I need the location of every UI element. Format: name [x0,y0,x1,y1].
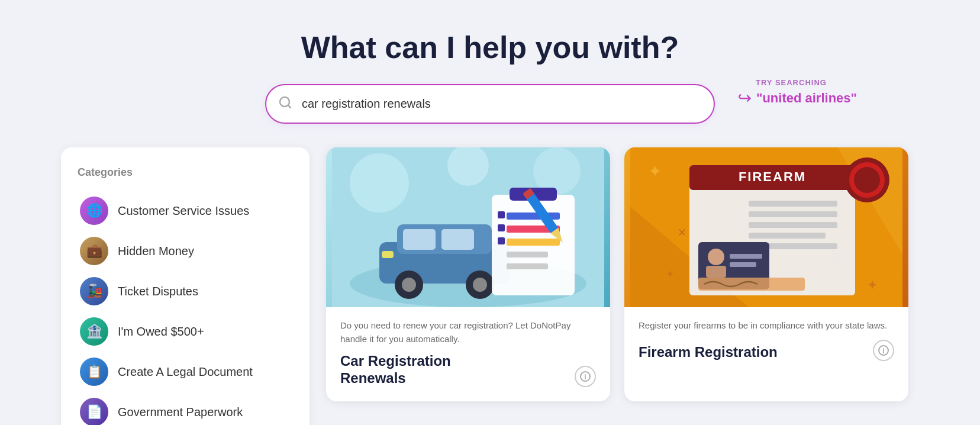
category-item-hidden-money[interactable]: 💼 Hidden Money [78,231,293,271]
car-illustration-svg [332,147,604,307]
svg-point-14 [473,278,487,292]
svg-point-52 [708,249,724,265]
search-row: TRY SEARCHING ↩ "united airlines" [265,84,715,124]
svg-rect-48 [749,222,837,228]
svg-point-12 [402,278,416,292]
categories-heading: Categories [78,166,293,179]
search-wrapper [265,84,715,124]
category-label-government-paperwork: Government Paperwork [118,405,243,419]
svg-rect-20 [507,239,560,246]
category-item-customer-service[interactable]: 🌐 Customer Service Issues [78,191,293,231]
svg-text:✦: ✦ [867,278,878,292]
card-body-firearm: Register your firearms to be in complian… [624,307,908,375]
card-title-firearm: Firearm Registration [639,344,778,361]
search-input[interactable] [265,84,715,124]
svg-rect-18 [507,213,560,220]
category-icon-customer-service: 🌐 [80,197,108,225]
category-item-ticket-disputes[interactable]: 🚂 Ticket Disputes [78,271,293,311]
try-searching-value: "united airlines" [756,91,857,106]
category-icon-hidden-money: 💼 [80,237,108,265]
svg-text:FIREARM: FIREARM [739,169,806,184]
card-car-registration: Do you need to renew your car registrati… [326,147,610,401]
svg-rect-23 [498,211,505,218]
svg-rect-22 [507,263,548,269]
firearm-illustration-svg: ✦ ✦ ✦ ✦ ✕ ✕ FIREARM [630,147,902,307]
cards-area: Do you need to renew your car registrati… [326,147,919,401]
card-title-car: Car RegistrationRenewals [340,353,451,387]
svg-point-3 [350,153,409,213]
try-arrow-row: ↩ "united airlines" [738,88,857,108]
svg-rect-53 [706,266,726,278]
svg-rect-24 [498,224,505,231]
svg-line-1 [288,105,291,107]
svg-rect-46 [749,201,837,207]
svg-rect-56 [698,278,805,291]
svg-text:✕: ✕ [678,227,686,239]
main-container: What can I help you with? TRY SEARCHING … [0,0,980,425]
card-image-car [326,147,610,307]
categories-panel: Categories 🌐 Customer Service Issues 💼 H… [61,147,310,425]
card-title-row-firearm: Firearm Registration i [639,340,894,361]
svg-rect-25 [498,237,505,244]
category-icon-owed-money: 🏦 [80,317,108,346]
category-item-legal-document[interactable]: 📋 Create A Legal Document [78,352,293,392]
category-icon-government-paperwork: 📄 [80,398,108,425]
category-label-hidden-money: Hidden Money [118,244,194,258]
svg-rect-49 [749,233,826,239]
category-icon-legal-document: 📋 [80,358,108,386]
svg-rect-21 [507,252,548,257]
card-info-button-car[interactable]: i [575,366,596,387]
svg-rect-55 [730,262,756,267]
try-searching-hint: TRY SEARCHING ↩ "united airlines" [738,78,857,108]
arrow-icon: ↩ [738,88,752,108]
svg-rect-54 [730,254,762,259]
category-label-ticket-disputes: Ticket Disputes [118,285,198,298]
svg-rect-47 [749,211,837,217]
svg-rect-10 [441,229,474,250]
card-firearm-registration: ✦ ✦ ✦ ✦ ✕ ✕ FIREARM [624,147,908,401]
card-info-button-firearm[interactable]: i [873,340,894,361]
category-icon-ticket-disputes: 🚂 [80,277,108,305]
page-title: What can I help you with? [301,30,679,65]
category-label-legal-document: Create A Legal Document [118,365,253,379]
card-title-row-car: Car RegistrationRenewals i [340,353,596,387]
svg-text:✦: ✦ [648,162,662,181]
category-item-owed-money[interactable]: 🏦 I'm Owed $500+ [78,311,293,352]
card-desc-car: Do you need to renew your car registrati… [340,319,596,346]
content-area: Categories 🌐 Customer Service Issues 💼 H… [61,147,919,425]
card-image-firearm: ✦ ✦ ✦ ✦ ✕ ✕ FIREARM [624,147,908,307]
card-body-car: Do you need to renew your car registrati… [326,307,610,401]
svg-text:✦: ✦ [666,268,675,280]
svg-rect-9 [403,229,436,250]
svg-text:i: i [584,373,586,381]
svg-text:i: i [882,347,884,355]
svg-point-45 [854,167,880,193]
category-label-customer-service: Customer Service Issues [118,204,249,218]
try-searching-label: TRY SEARCHING [756,78,827,87]
category-item-government-paperwork[interactable]: 📄 Government Paperwork [78,392,293,425]
category-label-owed-money: I'm Owed $500+ [118,325,204,339]
search-icon [278,95,292,113]
svg-rect-15 [382,251,394,258]
card-desc-firearm: Register your firearms to be in complian… [639,319,894,333]
